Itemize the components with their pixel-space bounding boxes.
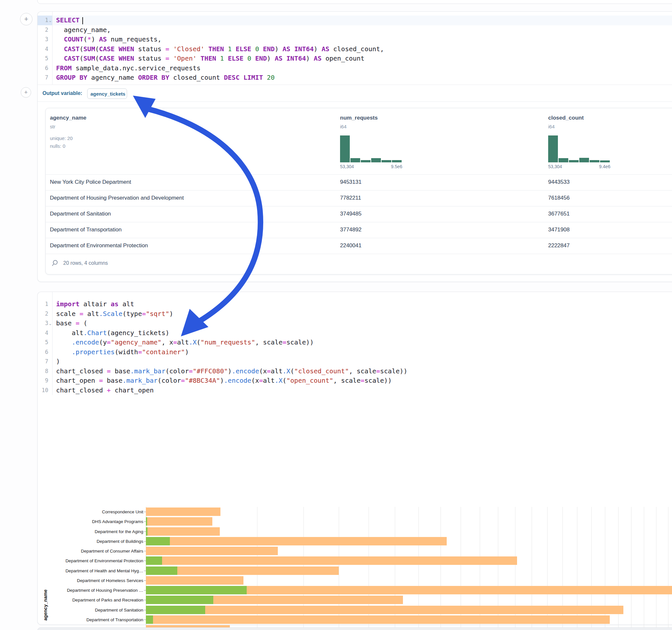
histogram-bin bbox=[590, 160, 599, 162]
open-count-bar[interactable] bbox=[146, 615, 153, 624]
column-header-num-requests[interactable]: num_requests bbox=[340, 115, 378, 121]
cell-num-requests[interactable]: 2240041 bbox=[340, 242, 361, 249]
line-number: 5 bbox=[38, 54, 48, 64]
closed-count-bar[interactable] bbox=[146, 576, 243, 585]
code-text: .encode(y="agency_name", x=alt.X("num_re… bbox=[56, 338, 314, 347]
y-axis-label: Department of Environmental Protection bbox=[66, 558, 143, 563]
code-line[interactable]: 4 alt.Chart(agency_tickets) bbox=[38, 328, 672, 338]
closed-count-bar[interactable] bbox=[146, 547, 278, 555]
python-code-editor[interactable]: 1import altair as alt2scale = alt.Scale(… bbox=[38, 299, 672, 395]
code-line[interactable]: 7) bbox=[38, 357, 672, 366]
hist-max-label-2: 9.4e6 bbox=[581, 164, 610, 169]
code-text: chart_closed = base.mark_bar(color="#FFC… bbox=[56, 366, 407, 376]
sql-code-editor[interactable]: 1⌄SELECT2 agency_name,3 COUNT(*) AS num_… bbox=[38, 16, 672, 83]
cell-closed-count[interactable]: 3677651 bbox=[548, 211, 570, 217]
cell-agency-name[interactable]: Department of Environmental Protection bbox=[50, 242, 148, 249]
cell-closed-count[interactable]: 2222847 bbox=[548, 242, 570, 249]
gutter-divider-2 bbox=[52, 292, 52, 395]
cell-closed-count[interactable]: 3471908 bbox=[548, 226, 570, 233]
code-line[interactable]: 8chart_closed = base.mark_bar(color="#FF… bbox=[38, 366, 672, 376]
fold-chevron-icon[interactable]: ⌄ bbox=[48, 319, 52, 329]
histogram-bin bbox=[351, 158, 360, 162]
code-line[interactable]: 3 COUNT(*) AS num_requests, bbox=[38, 35, 672, 44]
line-number: 4 bbox=[38, 328, 48, 338]
code-line[interactable]: 2 agency_name, bbox=[38, 25, 672, 35]
search-icon[interactable] bbox=[51, 259, 59, 267]
open-count-bar[interactable] bbox=[146, 556, 162, 565]
column-type-agency-name: str bbox=[50, 124, 55, 129]
line-number: 7 bbox=[38, 357, 48, 366]
column-header-closed-count[interactable]: closed_count bbox=[548, 115, 584, 121]
y-axis-label: Department of Parks and Recreation bbox=[72, 598, 143, 602]
histogram-bin bbox=[558, 158, 568, 162]
code-text: scale = alt.Scale(type="sqrt") bbox=[56, 309, 173, 319]
output-table-divider bbox=[38, 101, 672, 102]
code-line[interactable]: 9chart_open = base.mark_bar(color="#8BC3… bbox=[38, 376, 672, 386]
altair-chart: agency_name Correspondence UnitDHS Advan… bbox=[38, 396, 672, 625]
code-text: base = ( bbox=[56, 319, 87, 328]
hist-min-label-1: 53,304 bbox=[340, 164, 354, 169]
cell-agency-name[interactable]: Department of Transportation bbox=[50, 226, 122, 233]
cell-agency-name[interactable]: New York City Police Department bbox=[50, 179, 131, 185]
closed-count-bar[interactable] bbox=[146, 517, 212, 526]
open-count-bar[interactable] bbox=[146, 537, 170, 546]
code-line[interactable]: 1⌄SELECT bbox=[38, 16, 672, 25]
column-type-closed-count: i64 bbox=[548, 124, 555, 129]
line-number: 7 bbox=[38, 73, 48, 83]
gridline bbox=[668, 507, 668, 630]
previous-cell-edge bbox=[37, 0, 672, 4]
y-axis-label: Department of Transportation bbox=[86, 617, 143, 622]
fold-chevron-icon[interactable]: ⌄ bbox=[48, 16, 52, 26]
code-output-divider bbox=[38, 84, 672, 85]
cell-num-requests[interactable]: 9453131 bbox=[340, 179, 361, 185]
code-line[interactable]: 2scale = alt.Scale(type="sqrt") bbox=[38, 309, 672, 319]
cell-agency-name[interactable]: Department of Housing Preservation and D… bbox=[50, 195, 184, 201]
column-header-agency-name[interactable]: agency_name bbox=[50, 115, 86, 121]
row-count-text: 20 rows, 4 columns bbox=[63, 260, 108, 266]
histogram-bin bbox=[569, 160, 579, 162]
y-axis-label: Department of Sanitation bbox=[95, 607, 143, 612]
cell-closed-count[interactable]: 7618456 bbox=[548, 195, 570, 201]
code-text: .properties(width="container") bbox=[56, 347, 189, 357]
cell-num-requests[interactable]: 7782211 bbox=[340, 195, 361, 201]
open-count-bar[interactable] bbox=[146, 586, 247, 595]
cell-num-requests[interactable]: 3749485 bbox=[340, 211, 361, 217]
cell-agency-name[interactable]: Department of Sanitation bbox=[50, 211, 111, 217]
code-line[interactable]: 7GROUP BY agency_name ORDER BY closed_co… bbox=[38, 73, 672, 83]
code-line[interactable]: 3⌄base = ( bbox=[38, 319, 672, 328]
open-count-bar[interactable] bbox=[146, 527, 147, 536]
closed-count-bar[interactable] bbox=[146, 615, 610, 624]
open-count-bar[interactable] bbox=[146, 517, 147, 526]
code-line[interactable]: 4 CAST(SUM(CASE WHEN status = 'Closed' T… bbox=[38, 44, 672, 54]
closed-count-bar[interactable] bbox=[146, 527, 220, 536]
cell-closed-count[interactable]: 9443533 bbox=[548, 179, 570, 185]
line-number: 9 bbox=[38, 376, 48, 386]
gridline bbox=[631, 507, 631, 630]
line-number: 1 bbox=[38, 16, 48, 25]
code-line[interactable]: 10chart_closed + chart_open bbox=[38, 386, 672, 395]
closed-count-bar[interactable] bbox=[146, 508, 220, 516]
open-count-bar[interactable] bbox=[146, 596, 213, 604]
code-line[interactable]: 5 CAST(SUM(CASE WHEN status = 'Open' THE… bbox=[38, 54, 672, 64]
line-number: 5 bbox=[38, 338, 48, 347]
closed-count-bar[interactable] bbox=[146, 556, 517, 565]
line-number: 8 bbox=[38, 366, 48, 376]
closed-count-bar[interactable] bbox=[146, 537, 447, 546]
chart-plot-area bbox=[146, 507, 672, 630]
cell-num-requests[interactable]: 3774892 bbox=[340, 226, 361, 233]
gridline bbox=[644, 507, 644, 630]
code-line[interactable]: 5 .encode(y="agency_name", x=alt.X("num_… bbox=[38, 338, 672, 347]
add-cell-button-output[interactable]: + bbox=[21, 87, 31, 98]
code-line[interactable]: 6 .properties(width="container") bbox=[38, 347, 672, 357]
add-cell-button-top[interactable]: + bbox=[20, 13, 32, 25]
code-line[interactable]: 6FROM sample_data.nyc.service_requests bbox=[38, 64, 672, 73]
closed-count-bar[interactable] bbox=[146, 606, 623, 614]
output-variable-label: Output variable: bbox=[43, 91, 82, 96]
open-count-bar[interactable] bbox=[146, 606, 205, 614]
code-text: CAST(SUM(CASE WHEN status = 'Open' THEN … bbox=[56, 54, 364, 64]
line-number: 3 bbox=[38, 319, 48, 328]
line-number: 6 bbox=[38, 347, 48, 357]
open-count-bar[interactable] bbox=[146, 566, 177, 575]
code-line[interactable]: 1import altair as alt bbox=[38, 299, 672, 309]
output-variable-chip[interactable]: agency_tickets bbox=[87, 89, 127, 99]
